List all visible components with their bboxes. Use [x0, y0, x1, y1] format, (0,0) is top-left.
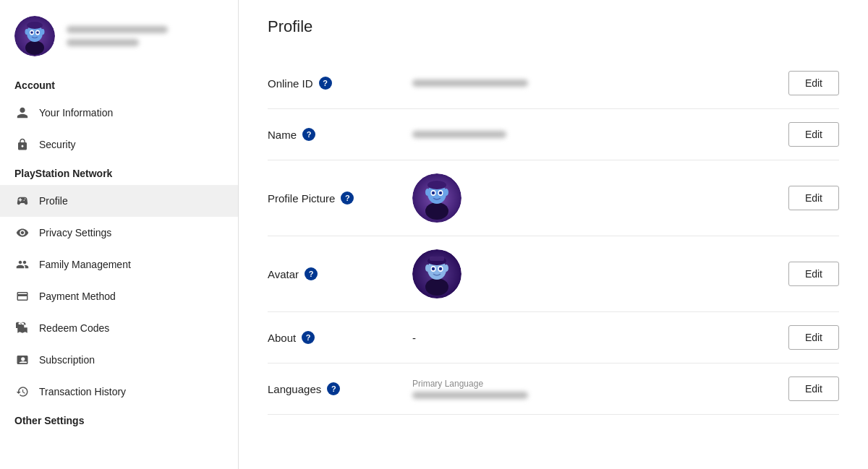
sidebar-item-redeem-codes[interactable]: Redeem Codes [0, 312, 238, 344]
svg-point-16 [439, 192, 442, 194]
sidebar-item-security[interactable]: Security [0, 129, 238, 160]
avatar-help-icon[interactable]: ? [305, 267, 318, 280]
subscription-icon [14, 352, 30, 368]
person-icon [14, 105, 30, 121]
sidebar-item-privacy-settings[interactable]: Privacy Settings [0, 217, 238, 249]
sidebar-avatar-image [14, 16, 55, 56]
sidebar-subtext-blur [67, 39, 139, 46]
avatar-value [412, 249, 788, 298]
svg-point-15 [432, 192, 435, 194]
sidebar-user [0, 0, 238, 72]
name-help-icon[interactable]: ? [302, 128, 315, 141]
languages-container: Primary Language [412, 379, 528, 399]
online-id-edit-button[interactable]: Edit [788, 71, 839, 95]
page-title: Profile [268, 17, 839, 36]
profile-picture-row: Profile Picture ? [268, 160, 839, 236]
sidebar-item-transaction-history[interactable]: Transaction History [0, 376, 238, 408]
online-id-help-icon[interactable]: ? [319, 77, 332, 90]
sidebar-item-subscription[interactable]: Subscription [0, 344, 238, 376]
card-icon [14, 288, 30, 304]
profile-picture-help-icon[interactable]: ? [341, 192, 354, 205]
about-help-icon[interactable]: ? [302, 331, 315, 344]
sidebar-section-other: Other Settings [0, 408, 238, 432]
sidebar-item-security-label: Security [39, 139, 76, 150]
family-icon [14, 257, 30, 272]
main-content: Profile Online ID ? Edit Name ? [239, 0, 868, 469]
sidebar-item-family-management-label: Family Management [39, 259, 131, 270]
online-id-blur [412, 79, 528, 87]
svg-point-27 [425, 264, 430, 272]
sidebar-item-profile-label: Profile [39, 195, 68, 207]
sidebar-username-area [67, 26, 224, 46]
svg-point-11 [425, 202, 448, 220]
online-id-label: Online ID ? [268, 77, 412, 90]
sidebar-item-privacy-settings-label: Privacy Settings [39, 227, 111, 238]
name-edit-container: Edit [788, 122, 839, 147]
name-blur [412, 131, 506, 138]
svg-point-26 [439, 267, 442, 270]
languages-label: Languages ? [268, 382, 412, 395]
svg-point-8 [41, 29, 45, 35]
sidebar-item-subscription-label: Subscription [39, 354, 95, 366]
profile-picture-edit-container: Edit [788, 186, 839, 210]
eye-icon [14, 225, 30, 241]
languages-help-icon[interactable]: ? [327, 382, 340, 395]
avatar-row: Avatar ? [268, 236, 839, 312]
svg-point-17 [425, 189, 430, 196]
languages-row: Languages ? Primary Language Edit [268, 363, 839, 415]
history-icon [14, 384, 30, 400]
sidebar-item-transaction-history-label: Transaction History [39, 386, 126, 397]
lock-icon [14, 137, 30, 152]
avatar-image [412, 249, 461, 298]
svg-point-18 [444, 189, 448, 196]
name-edit-button[interactable]: Edit [788, 122, 839, 147]
online-id-edit-container: Edit [788, 71, 839, 95]
svg-rect-30 [430, 257, 444, 261]
avatar-edit-button[interactable]: Edit [788, 262, 839, 286]
languages-blur [412, 392, 528, 399]
about-value: - [412, 332, 788, 344]
about-dash-text: - [412, 332, 416, 344]
about-edit-button[interactable]: Edit [788, 325, 839, 350]
about-label: About ? [268, 331, 412, 344]
profile-picture-label: Profile Picture ? [268, 192, 412, 205]
avatar-label: Avatar ? [268, 267, 412, 280]
svg-point-7 [25, 29, 29, 35]
profile-picture-avatar [412, 173, 461, 223]
svg-point-19 [427, 181, 446, 189]
sidebar-item-your-information[interactable]: Your Information [0, 97, 238, 129]
languages-edit-button[interactable]: Edit [788, 377, 839, 401]
about-row: About ? - Edit [268, 312, 839, 363]
profile-picture-edit-button[interactable]: Edit [788, 186, 839, 210]
svg-point-21 [425, 278, 448, 296]
svg-point-9 [27, 22, 43, 29]
sidebar-item-payment-method-label: Payment Method [39, 291, 116, 302]
svg-point-1 [25, 40, 44, 55]
sidebar-item-redeem-codes-label: Redeem Codes [39, 322, 109, 334]
svg-point-6 [36, 31, 39, 34]
languages-value: Primary Language [412, 379, 788, 399]
svg-point-5 [30, 31, 33, 34]
gamepad-icon [14, 193, 30, 209]
sidebar-item-profile[interactable]: Profile [0, 185, 238, 217]
sidebar-item-payment-method[interactable]: Payment Method [0, 280, 238, 312]
name-row: Name ? Edit [268, 109, 839, 160]
sidebar-item-your-information-label: Your Information [39, 107, 113, 119]
profile-picture-value [412, 173, 788, 223]
about-edit-container: Edit [788, 325, 839, 350]
sidebar-section-psn: PlayStation Network [0, 160, 238, 185]
online-id-row: Online ID ? Edit [268, 58, 839, 109]
primary-language-label: Primary Language [412, 379, 528, 389]
languages-edit-container: Edit [788, 377, 839, 401]
sidebar-item-family-management[interactable]: Family Management [0, 249, 238, 280]
sidebar-section-account: Account [0, 72, 238, 97]
sidebar-username-blur [67, 26, 168, 33]
sidebar: Account Your Information Security PlaySt… [0, 0, 239, 469]
redeem-icon [14, 320, 30, 336]
svg-point-25 [432, 267, 435, 270]
avatar-edit-container: Edit [788, 262, 839, 286]
online-id-value [412, 79, 788, 87]
name-value [412, 131, 788, 138]
name-label: Name ? [268, 128, 412, 141]
svg-point-28 [444, 264, 448, 272]
